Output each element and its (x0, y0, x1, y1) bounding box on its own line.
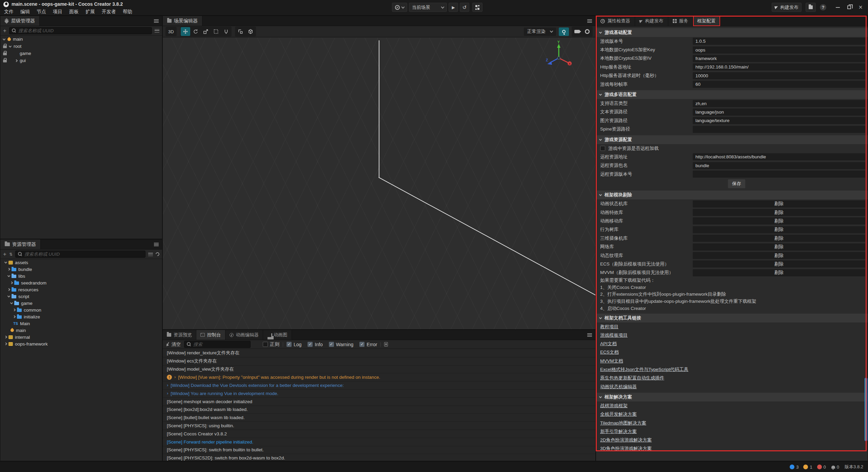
play-button[interactable]: ▶ (449, 3, 458, 12)
console-search-input[interactable] (193, 342, 248, 347)
coordinate-space-button[interactable] (246, 27, 255, 36)
tree-item[interactable]: libs (0, 273, 162, 279)
module-remove-button[interactable]: 剔除 (693, 217, 865, 224)
menu-item[interactable]: 文件 (1, 9, 17, 15)
solution-link[interactable]: 战棋游戏框架 (600, 403, 628, 409)
solution-link[interactable]: 2D角色扮演游戏解决方案 (600, 437, 652, 443)
menu-item[interactable]: 面板 (66, 9, 82, 15)
field-input[interactable] (693, 63, 865, 71)
move-tool-button[interactable] (181, 27, 190, 36)
field-input[interactable] (693, 72, 865, 79)
sort-icon[interactable]: ⇅ (9, 252, 13, 257)
log-row[interactable]: ! › [Scene] meshopt wasm decoder initial… (163, 398, 595, 406)
axis-gizmo[interactable]: Y X Z (542, 40, 575, 73)
console-search[interactable] (184, 341, 251, 348)
chevron-icon[interactable] (3, 37, 5, 40)
module-remove-button[interactable]: 剔除 (693, 226, 865, 233)
panel-menu-icon[interactable] (587, 19, 592, 23)
log-row[interactable]: ! › [Scene] [PHYSICS2D]: switch from box… (163, 454, 595, 461)
log-row[interactable]: ! › [Scene] Cocos Creator v3.8.2 (163, 430, 595, 438)
log-row[interactable]: ! › [Window] Download the Vue Devtools e… (163, 381, 595, 390)
field-input[interactable] (693, 171, 865, 178)
field-input[interactable] (693, 55, 865, 62)
help-button[interactable]: ? (820, 4, 826, 11)
log-row[interactable]: ! › [Scene] [box2d]:box2d wasm lib loade… (163, 406, 595, 414)
notification-counter[interactable]: 0 (831, 465, 839, 470)
log-row[interactable]: ! › [Scene] [PHYSICS]: using builtin. (163, 422, 595, 430)
tree-item[interactable]: script (0, 293, 162, 300)
tree-item[interactable]: game (0, 50, 162, 57)
filter-icon[interactable] (155, 29, 159, 33)
tree-item[interactable]: seedrandom (0, 279, 162, 286)
section-i18n-config[interactable]: 游戏多语言配置 (596, 90, 868, 99)
tree-item[interactable]: gui (0, 57, 162, 64)
field-input[interactable] (693, 162, 865, 169)
field-input[interactable] (693, 117, 865, 124)
tree-item[interactable]: main (0, 327, 162, 334)
tree-item[interactable]: initialize (0, 313, 162, 320)
tab-build-publish[interactable]: 构建发布 (635, 16, 668, 26)
tree-item[interactable]: resources (0, 286, 162, 293)
field-input[interactable] (693, 153, 865, 160)
doc-link[interactable]: 游戏模板项目 (600, 332, 628, 338)
chevron-icon[interactable] (7, 268, 10, 271)
chevron-icon[interactable] (4, 342, 7, 345)
log-counter[interactable]: 0 (817, 465, 826, 470)
filter-checkbox[interactable]: ✓ Log (287, 342, 301, 347)
tree-item[interactable]: root (0, 43, 162, 50)
scale-tool-button[interactable] (201, 27, 211, 36)
filter-icon[interactable] (148, 253, 153, 256)
log-row[interactable]: ! › [Window] model_view文件夹存在 (163, 366, 595, 374)
log-counter[interactable]: 3 (790, 465, 798, 470)
add-node-button[interactable]: + (3, 28, 6, 34)
chevron-icon[interactable] (7, 288, 10, 291)
tree-item[interactable]: game (0, 300, 162, 307)
log-row[interactable]: ! › [Window] [Vue warn]: Property "onInp… (163, 373, 595, 381)
assets-search[interactable] (15, 251, 145, 258)
field-input[interactable] (693, 126, 865, 133)
tab-hierarchy[interactable]: 层级管理器 (0, 16, 40, 26)
panel-menu-icon[interactable] (154, 19, 159, 23)
expand-arrow-icon[interactable]: › (167, 391, 168, 396)
minimize-button[interactable] (836, 7, 840, 8)
module-remove-button[interactable]: 剔除 (693, 209, 865, 216)
expand-arrow-icon[interactable]: › (167, 382, 168, 388)
restart-button[interactable]: ↺ (460, 3, 469, 12)
log-file-icon[interactable] (384, 342, 388, 347)
field-input[interactable] (693, 109, 865, 116)
log-row[interactable]: ! › [Scene] Forward render pipeline init… (163, 438, 595, 446)
pivot-snap-button[interactable] (236, 27, 245, 36)
module-remove-button[interactable]: 剔除 (693, 243, 865, 251)
chevron-icon[interactable] (10, 281, 13, 284)
chevron-icon[interactable] (10, 301, 13, 304)
field-input[interactable] (693, 81, 865, 88)
filter-checkbox[interactable]: ✓ Error (359, 342, 377, 347)
tab-asset-preview[interactable]: 资源预览 (163, 330, 196, 340)
tab-animation-editor[interactable]: 动画编辑器 (225, 330, 263, 340)
regex-checkbox[interactable]: 正则 (263, 341, 279, 348)
section-solutions[interactable]: 框架解决方案 (596, 393, 868, 401)
chevron-icon[interactable] (4, 336, 7, 338)
scene-camera-button[interactable] (572, 27, 582, 36)
mode-3d-button[interactable]: 3D (165, 27, 177, 36)
filter-checkbox[interactable]: ✓ Info (308, 342, 322, 347)
tree-item[interactable]: assets (0, 259, 162, 266)
scene-select[interactable]: 当前场景 (409, 3, 447, 12)
chevron-icon[interactable] (7, 274, 10, 277)
log-row[interactable]: ! › [Scene] [PHYSICS]: switch from built… (163, 446, 595, 454)
log-counter[interactable]: 1 (803, 465, 812, 470)
chevron-icon[interactable] (15, 59, 18, 62)
preview-target-button[interactable] (392, 3, 407, 12)
restore-button[interactable] (847, 5, 851, 9)
doc-link[interactable]: 教程项目 (600, 324, 618, 330)
filter-checkbox[interactable]: ✓ Warning (329, 342, 354, 347)
chevron-icon[interactable] (13, 309, 16, 311)
panel-menu-icon[interactable] (154, 243, 159, 246)
scene-viewport[interactable]: Y X Z (163, 38, 595, 329)
log-row[interactable]: ! › [Window] You are running Vue in deve… (163, 390, 595, 398)
lighting-toggle-button[interactable] (559, 27, 569, 36)
module-remove-button[interactable]: 剔除 (693, 260, 865, 268)
menu-item[interactable]: 开发者 (98, 9, 119, 15)
module-remove-button[interactable]: 剔除 (693, 235, 865, 242)
module-remove-button[interactable]: 剔除 (693, 252, 865, 259)
